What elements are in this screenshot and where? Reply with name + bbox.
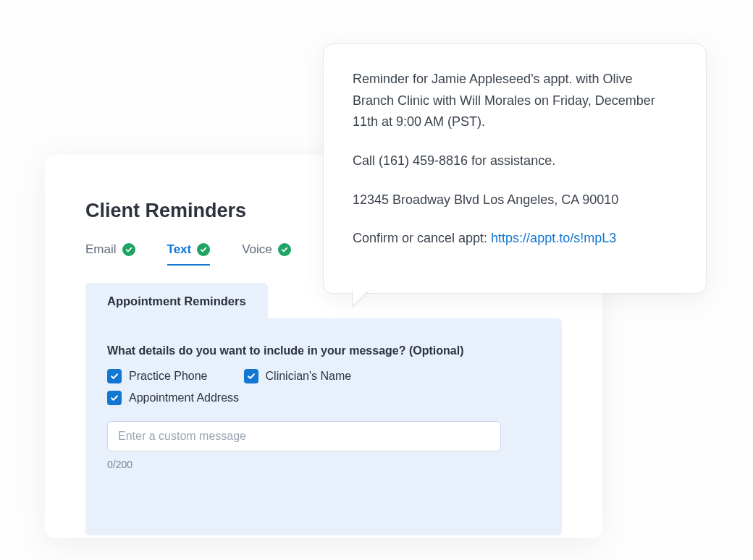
checkbox-label: Practice Phone — [129, 370, 208, 383]
details-question: What details do you want to include in y… — [107, 344, 540, 357]
tab-voice-label: Voice — [242, 242, 272, 257]
checkbox-label: Appointment Address — [129, 391, 239, 404]
checkbox-group: Practice Phone Clinician's Name Appointm… — [107, 369, 540, 405]
bubble-tail — [353, 290, 369, 306]
tab-email-label: Email — [85, 242, 117, 257]
checkbox-checked-icon — [107, 369, 122, 383]
tab-text-label: Text — [167, 242, 192, 257]
tab-voice[interactable]: Voice — [242, 242, 291, 266]
preview-line-1: Reminder for Jamie Appleseed's appt. wit… — [353, 69, 677, 133]
check-icon — [122, 243, 135, 256]
panel-body: What details do you want to include in y… — [85, 318, 562, 473]
checkbox-checked-icon — [107, 391, 122, 405]
checkbox-label: Clinician's Name — [266, 370, 352, 383]
tab-text[interactable]: Text — [167, 242, 211, 266]
reminders-panel-wrapper: Appointment Reminders What details do yo… — [85, 283, 562, 535]
message-preview-bubble: Reminder for Jamie Appleseed's appt. wit… — [323, 43, 707, 294]
checkbox-clinicians-name[interactable]: Clinician's Name — [244, 369, 352, 383]
preview-link[interactable]: https://appt.to/s!mpL3 — [491, 231, 616, 245]
tab-email[interactable]: Email — [85, 242, 135, 266]
char-counter: 0/200 — [107, 459, 540, 470]
check-icon — [278, 243, 291, 256]
checkbox-checked-icon — [244, 369, 258, 383]
preview-line-4: Confirm or cancel appt: https://appt.to/… — [353, 228, 677, 250]
reminders-panel: What details do you want to include in y… — [85, 318, 562, 535]
preview-link-prefix: Confirm or cancel appt: — [353, 231, 491, 245]
preview-line-3: 12345 Broadway Blvd Los Angeles, CA 9001… — [353, 190, 677, 211]
check-icon — [197, 243, 210, 256]
checkbox-practice-phone[interactable]: Practice Phone — [107, 369, 208, 383]
custom-message-placeholder: Enter a custom message — [118, 430, 246, 443]
panel-tab-appointment-reminders[interactable]: Appointment Reminders — [85, 283, 268, 318]
checkbox-appointment-address[interactable]: Appointment Address — [107, 391, 540, 405]
preview-line-2: Call (161) 459-8816 for assistance. — [353, 150, 677, 172]
custom-message-input[interactable]: Enter a custom message — [107, 421, 501, 451]
